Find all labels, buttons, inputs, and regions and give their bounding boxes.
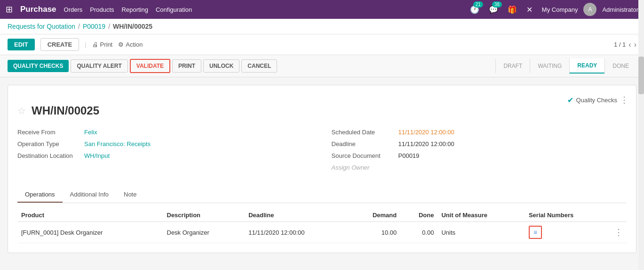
col-more <box>611 209 627 222</box>
scheduled-date-row: Scheduled Date 11/11/2020 12:00:00 <box>332 129 627 136</box>
operation-type-value[interactable]: San Francisco: Receipts <box>84 140 151 147</box>
gear-icon: ⚙ <box>118 41 124 48</box>
col-product: Product <box>17 209 163 222</box>
scrollbar-thumb[interactable] <box>638 57 644 94</box>
unlock-button[interactable]: UNLOCK <box>203 59 239 73</box>
deadline-row: Deadline 11/11/2020 12:00:00 <box>332 140 627 147</box>
edit-button[interactable]: EDIT <box>8 39 35 50</box>
messages-badge: 38 <box>492 1 502 8</box>
deadline-value[interactable]: 11/11/2020 12:00:00 <box>398 140 454 147</box>
top-navigation: ⊞ Purchase Orders Products Reporting Con… <box>0 0 644 19</box>
top-nav-right: 🕐 21 💬 38 🎁 ✕ My Company A Administrator <box>470 3 638 16</box>
col-description: Description <box>163 209 245 222</box>
receive-from-label: Receive From <box>17 129 79 136</box>
breadcrumb-rfq[interactable]: Requests for Quotation <box>8 23 75 30</box>
create-button[interactable]: CREATE <box>40 38 79 51</box>
nav-orders[interactable]: Orders <box>64 6 83 13</box>
table-row: [FURN_0001] Desk Organizer Desk Organize… <box>17 222 627 243</box>
validate-button[interactable]: VALIDATE <box>130 59 170 73</box>
doc-tabs: Operations Additional Info Note <box>17 187 627 203</box>
cancel-button[interactable]: CANCEL <box>241 59 277 73</box>
receive-from-value[interactable]: Felix <box>84 129 97 136</box>
quality-checks-button[interactable]: QUALITY CHECKS <box>8 60 69 72</box>
col-deadline: Deadline <box>245 209 349 222</box>
tab-note[interactable]: Note <box>116 187 144 203</box>
status-waiting[interactable]: WAITING <box>530 59 569 73</box>
cell-demand: 10.00 <box>349 222 400 243</box>
print-link[interactable]: 🖨 Print <box>92 41 113 48</box>
gift-icon[interactable]: 🎁 <box>508 5 517 14</box>
more-options-icon[interactable]: ⋮ <box>620 95 628 105</box>
status-draft[interactable]: DRAFT <box>495 59 530 73</box>
next-page-button[interactable]: › <box>634 41 636 49</box>
col-demand: Demand <box>349 209 400 222</box>
nav-reporting[interactable]: Reporting <box>122 6 148 13</box>
scheduled-date-value[interactable]: 11/11/2020 12:00:00 <box>398 129 454 136</box>
row-more-options-icon[interactable]: ⋮ <box>614 228 623 237</box>
cell-serial: ≡ <box>525 222 611 243</box>
status-done[interactable]: DONE <box>604 59 636 73</box>
operation-type-row: Operation Type San Francisco: Receipts <box>17 140 313 147</box>
doc-fields: Receive From Felix Operation Type San Fr… <box>17 129 627 176</box>
print-button[interactable]: PRINT <box>172 59 201 73</box>
destination-row: Destination Location WH/Input <box>17 152 313 159</box>
cell-more: ⋮ <box>611 222 627 243</box>
breadcrumb-po[interactable]: P00019 <box>83 23 105 30</box>
assign-owner-row: Assign Owner <box>332 164 627 171</box>
fields-right: Scheduled Date 11/11/2020 12:00:00 Deadl… <box>332 129 627 176</box>
serial-numbers-button[interactable]: ≡ <box>529 226 542 239</box>
deadline-label: Deadline <box>332 140 393 147</box>
list-icon: ≡ <box>533 229 537 236</box>
nav-configuration[interactable]: Configuration <box>156 6 192 13</box>
operation-type-label: Operation Type <box>17 140 79 147</box>
cell-unit: Units <box>437 222 525 243</box>
source-doc-value: P00019 <box>398 152 420 159</box>
user-avatar[interactable]: A <box>583 3 596 16</box>
app-grid-icon[interactable]: ⊞ <box>6 4 13 15</box>
doc-title-row: ☆ WH/IN/00025 <box>17 104 627 117</box>
scheduled-date-label: Scheduled Date <box>332 129 393 136</box>
assign-owner-label[interactable]: Assign Owner <box>332 164 370 171</box>
tab-operations[interactable]: Operations <box>17 187 63 203</box>
operations-table: Product Description Deadline Demand Done… <box>17 209 627 243</box>
nav-products[interactable]: Products <box>90 6 114 13</box>
breadcrumb-sep2: / <box>108 23 110 30</box>
prev-page-button[interactable]: ‹ <box>628 41 631 49</box>
favorite-star-icon[interactable]: ☆ <box>17 105 26 116</box>
scrollbar[interactable] <box>638 0 644 261</box>
tab-additional-info[interactable]: Additional Info <box>63 187 116 203</box>
quality-checks-panel[interactable]: ✔ Quality Checks ⋮ <box>553 93 628 105</box>
action-sep: | <box>85 41 86 48</box>
cell-description[interactable]: Desk Organizer <box>163 222 245 243</box>
messages-icon-wrap[interactable]: 💬 38 <box>489 5 498 14</box>
activity-icon-wrap[interactable]: 🕐 21 <box>470 5 479 14</box>
admin-label: Administrator <box>602 6 638 13</box>
receive-from-row: Receive From Felix <box>17 129 313 136</box>
source-doc-row: Source Document P00019 <box>332 152 627 159</box>
quality-alert-button[interactable]: QUALITY ALERT <box>71 59 127 73</box>
col-done: Done <box>400 209 437 222</box>
checkmark-icon: ✔ <box>567 96 573 105</box>
document-title: WH/IN/00025 <box>32 104 99 117</box>
print-icon: 🖨 <box>92 41 98 48</box>
document-card: ✔ Quality Checks ⋮ ☆ WH/IN/00025 Receive… <box>8 85 636 253</box>
breadcrumb: Requests for Quotation / P00019 / WH/IN/… <box>0 19 644 34</box>
destination-value[interactable]: WH/Input <box>84 152 110 159</box>
cell-deadline[interactable]: 11/11/2020 12:00:00 <box>245 222 349 243</box>
quality-checks-label: Quality Checks <box>576 97 617 104</box>
action-link[interactable]: ⚙ Action <box>118 41 143 48</box>
status-bar: QUALITY CHECKS QUALITY ALERT VALIDATE PR… <box>0 55 644 77</box>
action-bar: EDIT CREATE | 🖨 Print ⚙ Action 1 / 1 ‹ › <box>0 34 644 55</box>
app-title: Purchase <box>20 5 56 14</box>
col-unit: Unit of Measure <box>437 209 525 222</box>
breadcrumb-current: WH/IN/00025 <box>113 23 152 30</box>
status-pills: DRAFT WAITING READY DONE <box>495 58 636 74</box>
status-ready[interactable]: READY <box>569 58 604 74</box>
cell-product[interactable]: [FURN_0001] Desk Organizer <box>17 222 163 243</box>
pagination: 1 / 1 ‹ › <box>614 41 636 49</box>
activity-badge: 21 <box>473 1 483 8</box>
close-icon[interactable]: ✕ <box>526 5 533 14</box>
col-serial: Serial Numbers <box>525 209 611 222</box>
company-name: My Company <box>542 6 578 13</box>
action-buttons: QUALITY CHECKS QUALITY ALERT VALIDATE PR… <box>8 55 277 77</box>
